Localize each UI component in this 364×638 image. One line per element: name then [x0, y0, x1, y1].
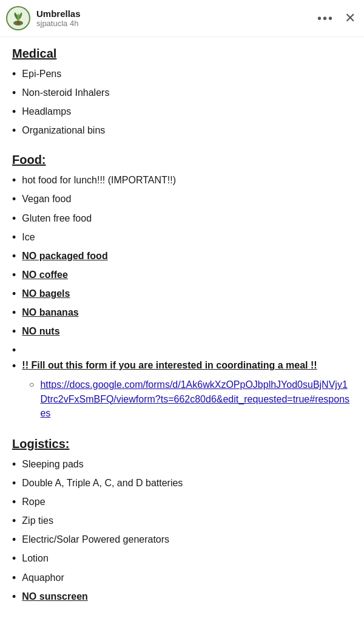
header-right: ••• ✕ — [317, 10, 356, 26]
food-title: Food: — [12, 153, 352, 167]
list-item: Double A, Triple A, C, and D batteries — [12, 476, 352, 491]
list-item: NO sunscreen — [12, 589, 352, 605]
list-item: NO bagels — [12, 287, 352, 302]
list-item: NO nuts — [12, 324, 352, 339]
medical-list: Epi-Pens Non-steroid Inhalers Headlamps … — [12, 67, 352, 138]
link-sublist: https://docs.google.com/forms/d/1Ak6wkXz… — [12, 378, 352, 423]
list-item: hot food for lunch!!! (IMPORTANT!!) — [12, 173, 352, 188]
form-link[interactable]: https://docs.google.com/forms/d/1Ak6wkXz… — [40, 378, 352, 420]
list-item: Sleeping pads — [12, 457, 352, 472]
food-list: hot food for lunch!!! (IMPORTANT!!) Vega… — [12, 173, 352, 423]
svg-rect-2 — [17, 21, 19, 24]
list-item: Lotion — [12, 551, 352, 566]
list-item: Ice — [12, 230, 352, 245]
fill-form-text: !! Fill out this form if you are interes… — [12, 358, 317, 374]
fill-form-item: !! Fill out this form if you are interes… — [12, 343, 352, 423]
medical-title: Medical — [12, 47, 352, 61]
form-link-item: https://docs.google.com/forms/d/1Ak6wkXz… — [29, 378, 352, 420]
logistics-title: Logistics: — [12, 437, 352, 451]
header-sub: sjpatucla 4h — [36, 19, 81, 28]
list-item: Organizational bins — [12, 123, 352, 138]
logistics-list: Sleeping pads Double A, Triple A, C, and… — [12, 457, 352, 605]
food-section: Food: hot food for lunch!!! (IMPORTANT!!… — [12, 153, 352, 423]
logistics-section: Logistics: Sleeping pads Double A, Tripl… — [12, 437, 352, 605]
close-icon[interactable]: ✕ — [345, 10, 356, 26]
list-item: Electric/Solar Powered generators — [12, 532, 352, 548]
list-item: Headlamps — [12, 104, 352, 120]
list-item: Epi-Pens — [12, 67, 352, 82]
header-info: Umbrellas sjpatucla 4h — [36, 8, 81, 28]
list-item: Rope — [12, 495, 352, 510]
header-left: Umbrellas sjpatucla 4h — [6, 6, 81, 30]
list-item: Gluten free food — [12, 211, 352, 226]
list-item: Non-steroid Inhalers — [12, 86, 352, 101]
list-item: NO bananas — [12, 305, 352, 321]
medical-section: Medical Epi-Pens Non-steroid Inhalers He… — [12, 47, 352, 138]
time: 4h — [70, 19, 78, 28]
list-item: Aquaphor — [12, 571, 352, 586]
avatar — [6, 6, 30, 30]
list-item: NO packaged food — [12, 249, 352, 264]
list-item: NO coffee — [12, 268, 352, 283]
story-header: Umbrellas sjpatucla 4h ••• ✕ — [0, 0, 364, 37]
list-item: Vegan food — [12, 192, 352, 207]
more-options-icon[interactable]: ••• — [317, 12, 334, 25]
list-item: Zip ties — [12, 514, 352, 529]
main-content: Medical Epi-Pens Non-steroid Inhalers He… — [0, 37, 364, 634]
username: sjpatucla — [36, 19, 67, 28]
header-title: Umbrellas — [36, 8, 81, 19]
